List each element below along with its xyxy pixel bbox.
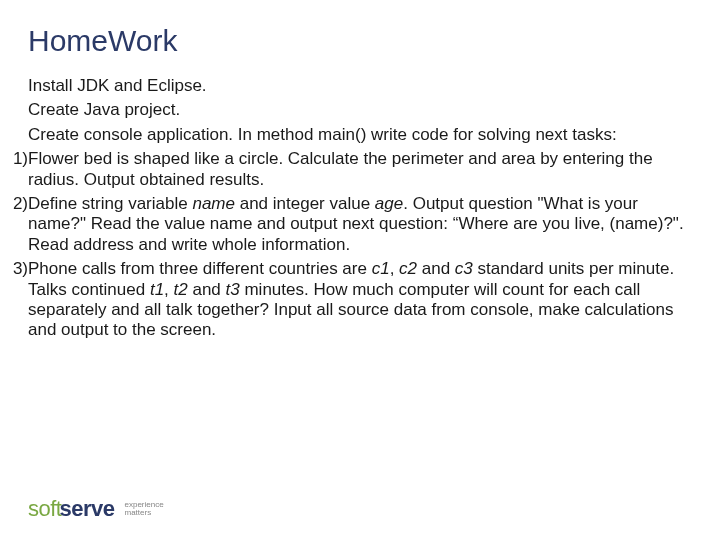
footer-logo: softserve experience matters xyxy=(28,496,164,522)
item-number: 3) xyxy=(0,259,28,341)
body: Install JDK and Eclipse. Create Java pro… xyxy=(28,76,692,341)
intro-line: Create Java project. xyxy=(28,100,692,120)
page-title: HomeWork xyxy=(28,24,692,58)
item-number: 1) xyxy=(0,149,28,190)
logo-part-serve: serve xyxy=(59,496,114,521)
tagline-matters: matters xyxy=(124,509,163,517)
logo-tagline: experience matters xyxy=(124,501,163,517)
intro-line: Install JDK and Eclipse. xyxy=(28,76,692,96)
item-number: 2) xyxy=(0,194,28,255)
item-text: Phone calls from three different countri… xyxy=(28,259,692,341)
task-list: 1) Flower bed is shaped like a circle. C… xyxy=(28,149,692,341)
slide: HomeWork Install JDK and Eclipse. Create… xyxy=(0,0,720,540)
list-item: 3) Phone calls from three different coun… xyxy=(28,259,692,341)
list-item: 2) Define string variable name and integ… xyxy=(28,194,692,255)
item-text: Flower bed is shaped like a circle. Calc… xyxy=(28,149,692,190)
item-text: Define string variable name and integer … xyxy=(28,194,692,255)
list-item: 1) Flower bed is shaped like a circle. C… xyxy=(28,149,692,190)
logo-part-soft: soft xyxy=(28,496,61,521)
intro-line: Create console application. In method ma… xyxy=(28,125,692,145)
